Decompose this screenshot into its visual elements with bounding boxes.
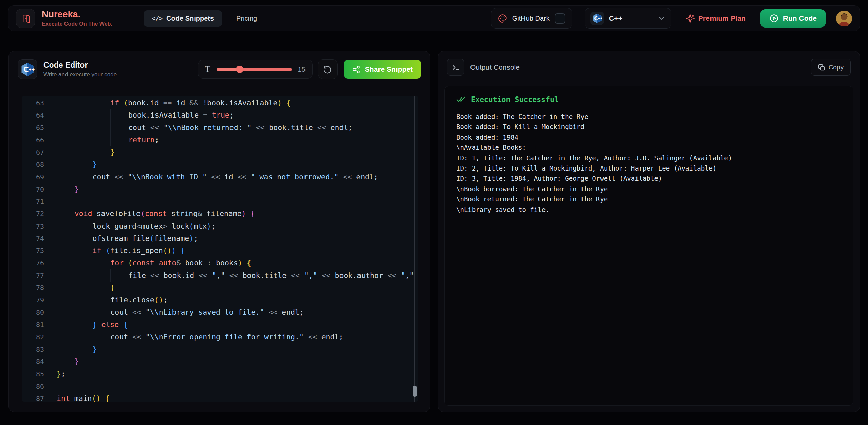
code-line: 68} (22, 158, 418, 171)
console-output-text: Book added: The Catcher in the Rye Book … (456, 111, 842, 215)
console-output-panel: Execution Successful Book added: The Cat… (444, 86, 853, 406)
code-line: 84} (22, 355, 418, 368)
code-line-content: } (57, 343, 418, 355)
editor-cpp-logo: C ++ (18, 59, 37, 79)
line-number: 76 (22, 257, 57, 269)
code-line-content: }; (57, 368, 418, 380)
code-line-content: } (57, 355, 418, 368)
code-line: 64book.isAvailable = true; (22, 109, 418, 121)
line-number: 81 (22, 319, 57, 331)
code-line-content: ofstream file(filename); (57, 232, 418, 245)
font-size-control: T 15 (198, 60, 313, 79)
code-line: 74ofstream file(filename); (22, 232, 418, 245)
code-line-content (57, 380, 418, 392)
line-number: 71 (22, 195, 57, 208)
code-brackets-icon: </> (152, 15, 162, 22)
svg-text:C: C (594, 16, 598, 22)
language-label: C++ (609, 14, 623, 22)
code-line-content: file.close(); (57, 294, 418, 306)
code-line: 76for (const auto& book : books) { (22, 257, 418, 269)
code-line-content (57, 195, 418, 208)
premium-plan-link[interactable]: Premium Plan (686, 14, 746, 23)
code-editor-area[interactable]: 63if (book.id == id && !book.isAvailable… (22, 96, 418, 402)
output-console-card: Output Console Copy Execution Successful… (438, 51, 860, 412)
code-line: 69cout << "\\nBook with ID " << id << " … (22, 171, 418, 183)
line-number: 63 (22, 97, 57, 109)
console-header: Output Console Copy (438, 51, 860, 76)
theme-color-swatch (555, 13, 565, 24)
terminal-icon-box (447, 59, 464, 76)
code-line: 70} (22, 183, 418, 195)
line-number: 73 (22, 220, 57, 232)
cpp-logo-icon: C ++ (590, 12, 604, 25)
line-number: 68 (22, 158, 57, 171)
code-line-content: return; (57, 134, 418, 146)
code-line: 67} (22, 146, 418, 158)
editor-subtitle: Write and execute your code. (43, 71, 118, 78)
code-line: 63if (book.id == id && !book.isAvailable… (22, 97, 418, 109)
console-title: Output Console (470, 63, 520, 71)
user-avatar[interactable] (836, 11, 852, 26)
code-line: 87int main() { (22, 392, 418, 402)
editor-title: Code Editor (43, 60, 118, 70)
nav-pricing[interactable]: Pricing (236, 15, 257, 22)
line-number: 66 (22, 134, 57, 146)
code-line-content: } (57, 146, 418, 158)
code-line: 71 (22, 195, 418, 208)
run-code-button[interactable]: Run Code (760, 9, 826, 28)
brand-tagline: Execute Code On The Web. (42, 21, 112, 27)
line-number: 86 (22, 380, 57, 392)
top-navbar: Nureeka. Execute Code On The Web. </> Co… (8, 5, 860, 31)
line-number: 70 (22, 183, 57, 195)
execution-status-label: Execution Successful (471, 95, 559, 104)
code-line: 81} else { (22, 319, 418, 331)
brand: Nureeka. Execute Code On The Web. (42, 10, 112, 27)
execution-status: Execution Successful (456, 94, 842, 104)
line-number: 64 (22, 109, 57, 121)
code-line-content: lock_guard<mutex> lock(mtx); (57, 220, 418, 232)
copy-output-button[interactable]: Copy (811, 59, 851, 76)
code-line: 65cout << "\\nBook returned: " << book.t… (22, 122, 418, 134)
slider-fill (217, 68, 238, 71)
code-line: 83} (22, 343, 418, 355)
share-nodes-icon (352, 65, 361, 74)
nav-code-snippets[interactable]: </> Code Snippets (144, 10, 222, 27)
svg-text:++: ++ (29, 67, 35, 72)
app-logo[interactable] (16, 9, 35, 28)
font-size-value: 15 (298, 66, 306, 73)
code-line: 82cout << "\\nError opening file for wri… (22, 331, 418, 343)
reset-font-button[interactable] (318, 59, 338, 79)
line-number: 72 (22, 208, 57, 220)
code-line-content: void saveToFile(const string& filename) … (57, 208, 418, 220)
share-snippet-button[interactable]: Share Snippet (344, 60, 421, 79)
code-line-content: cout << "\\nBook with ID " << id << " wa… (57, 171, 418, 183)
slider-thumb[interactable] (236, 66, 243, 73)
code-editor-card: C ++ Code Editor Write and execute your … (8, 51, 430, 412)
code-line-content: book.isAvailable = true; (57, 109, 418, 121)
brand-title: Nureeka. (42, 10, 112, 19)
copy-icon (818, 64, 825, 71)
font-size-icon: T (205, 65, 210, 74)
app-root: Nureeka. Execute Code On The Web. </> Co… (0, 0, 868, 425)
copy-label: Copy (829, 64, 844, 71)
code-line-content: file << book.id << "," << book.title << … (57, 269, 418, 282)
line-number: 79 (22, 294, 57, 306)
font-size-slider[interactable] (217, 66, 292, 73)
editor-scrollbar-thumb[interactable] (413, 386, 417, 397)
code-line-content: cout << "\\nError opening file for writi… (57, 331, 418, 343)
nav-code-snippets-label: Code Snippets (166, 15, 214, 22)
language-selector[interactable]: C ++ C++ (585, 8, 671, 29)
run-code-label: Run Code (783, 14, 817, 22)
theme-label: GitHub Dark (512, 15, 550, 22)
code-line: 85}; (22, 368, 418, 380)
code-line: 78} (22, 282, 418, 294)
line-number: 65 (22, 122, 57, 134)
line-number: 85 (22, 368, 57, 380)
code-line: 72void saveToFile(const string& filename… (22, 208, 418, 220)
code-line: 80cout << "\\nLibrary saved to file." <<… (22, 306, 418, 318)
line-number: 87 (22, 392, 57, 402)
theme-selector[interactable]: GitHub Dark (491, 8, 572, 29)
editor-scrollbar-track[interactable] (414, 96, 415, 402)
open-door-icon (20, 13, 31, 24)
line-number: 80 (22, 306, 57, 318)
